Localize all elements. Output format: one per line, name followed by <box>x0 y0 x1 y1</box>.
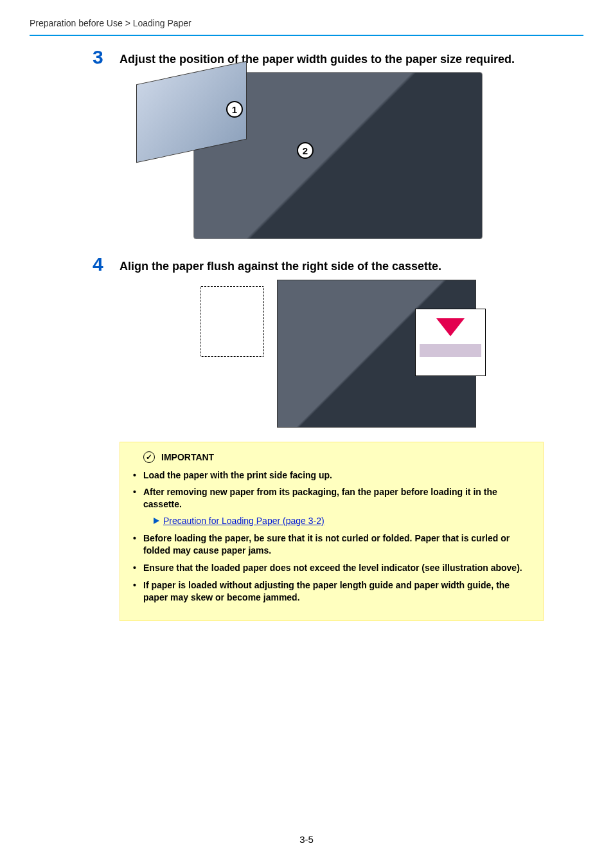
step-4-title: Align the paper flush against the right … <box>120 258 556 274</box>
important-note-box: IMPORTANT Load the paper with the print … <box>120 442 544 621</box>
breadcrumb: Preparation before Use > Loading Paper <box>30 18 583 28</box>
link-arrow-icon <box>154 518 159 524</box>
down-arrow-icon <box>436 318 465 336</box>
important-label: IMPORTANT <box>161 452 214 462</box>
level-indicator-callout <box>415 309 486 376</box>
page-number: 3-5 <box>0 834 613 845</box>
important-item: Load the paper with the print side facin… <box>132 469 531 482</box>
important-item: After removing new paper from its packag… <box>132 486 531 511</box>
paper-symbol-icon <box>200 286 264 357</box>
step-4: 4 Align the paper flush against the righ… <box>120 258 556 427</box>
precaution-link[interactable]: Precaution for Loading Paper (page 3-2) <box>163 516 324 526</box>
step-4-illustration <box>200 280 476 428</box>
important-item: Before loading the paper, be sure that i… <box>132 532 531 557</box>
step-number-3: 3 <box>93 46 103 68</box>
step-number-4: 4 <box>93 253 103 275</box>
step-3: 3 Adjust the position of the paper width… <box>120 51 556 239</box>
header-divider <box>30 35 583 36</box>
important-item: Ensure that the loaded paper does not ex… <box>132 562 531 574</box>
step-3-title: Adjust the position of the paper width g… <box>120 51 556 67</box>
important-item: If paper is loaded without adjusting the… <box>132 579 531 604</box>
level-bar-icon <box>420 344 481 357</box>
callout-1: 1 <box>226 101 243 118</box>
step-3-illustration: 1 2 <box>193 72 483 239</box>
check-circle-icon <box>143 451 155 463</box>
callout-2: 2 <box>297 142 314 159</box>
